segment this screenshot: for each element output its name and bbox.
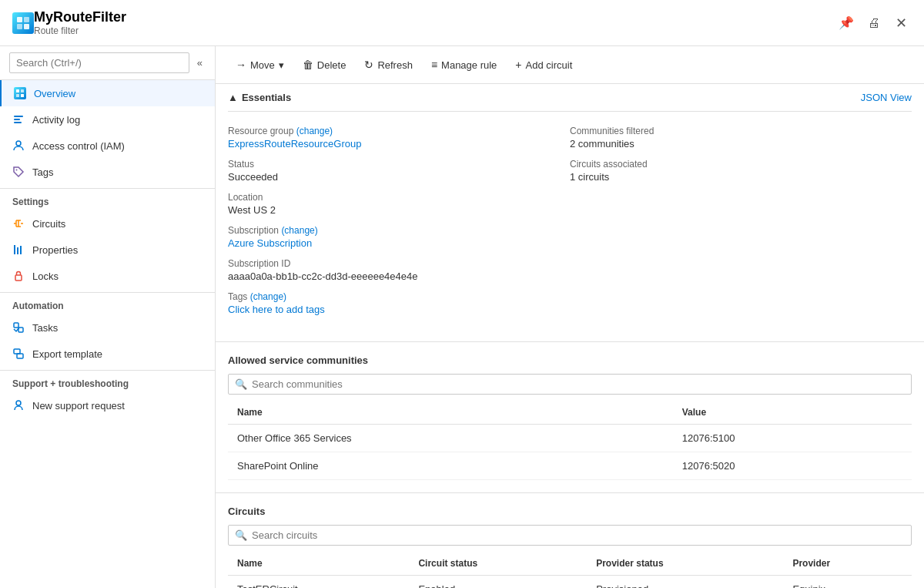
circuit-provider-status-1: Provisioned [587, 576, 783, 589]
communities-search-bar: 🔍 [228, 374, 912, 395]
communities-search-input[interactable] [252, 378, 905, 390]
svg-rect-8 [14, 116, 23, 117]
tags-label: Tags [32, 166, 53, 178]
communities-filtered-value: 2 communities [570, 138, 912, 150]
circuit-row-1: TestERCircuit Enabled Provisioned Equini… [228, 576, 912, 589]
resource-group-change[interactable]: (change) [296, 126, 333, 136]
sidebar-item-locks[interactable]: Locks [0, 263, 215, 289]
location-item: Location West US 2 [228, 187, 570, 220]
refresh-label: Refresh [377, 59, 413, 71]
subscription-id-value: aaaa0a0a-bb1b-cc2c-dd3d-eeeeee4e4e4e [228, 270, 570, 282]
manage-rule-button[interactable]: ≡ Manage rule [424, 54, 504, 76]
circuits-associated-value: 1 circuits [570, 171, 912, 183]
refresh-button[interactable]: ↻ Refresh [357, 54, 420, 76]
activity-log-icon [12, 113, 25, 126]
sidebar-item-access-control[interactable]: Access control (IAM) [0, 133, 215, 159]
collapse-button[interactable]: « [194, 55, 206, 70]
title-text: MyRouteFilter Route filter [34, 9, 835, 36]
print-button[interactable]: 🖨 [865, 15, 883, 32]
circuits-search-input[interactable] [252, 529, 905, 541]
tags-change[interactable]: (change) [250, 291, 286, 302]
close-button[interactable]: ✕ [891, 13, 912, 33]
tags-icon [12, 166, 25, 178]
sidebar-item-circuits[interactable]: Circuits [0, 210, 215, 237]
circuits-title: Circuits [228, 506, 912, 517]
new-support-label: New support request [32, 400, 125, 412]
circuits-label: Circuits [32, 218, 65, 230]
resource-group-item: Resource group (change) ExpressRouteReso… [228, 121, 570, 154]
essentials-chevron: ▲ [228, 92, 238, 103]
circuits-icon [12, 217, 25, 230]
communities-search-icon: 🔍 [235, 378, 247, 390]
svg-rect-19 [14, 349, 20, 354]
essentials-grid: Resource group (change) ExpressRouteReso… [228, 112, 912, 329]
move-button[interactable]: → Move ▾ [228, 54, 292, 76]
svg-rect-9 [14, 119, 20, 120]
resource-name: MyRouteFilter [34, 9, 835, 25]
add-circuit-label: Add circuit [526, 59, 573, 71]
sidebar-item-tasks[interactable]: Tasks [0, 314, 215, 341]
circuit-name-1: TestERCircuit [228, 576, 409, 589]
communities-filtered-item: Communities filtered 2 communities [570, 121, 912, 154]
svg-rect-13 [14, 245, 15, 254]
sidebar-item-export-template[interactable]: Export template [0, 341, 215, 367]
subscription-value[interactable]: Azure Subscription [228, 237, 312, 249]
sidebar-item-activity-log[interactable]: Activity log [0, 106, 215, 133]
circuits-col-circuit-status: Circuit status [409, 552, 587, 576]
access-control-icon [12, 139, 25, 152]
export-template-label: Export template [32, 348, 102, 360]
new-support-icon [12, 399, 25, 412]
manage-rule-label: Manage rule [441, 59, 497, 71]
circuits-table: Name Circuit status Provider status Prov… [228, 552, 912, 588]
move-chevron: ▾ [279, 59, 284, 71]
overview-label: Overview [34, 88, 75, 99]
search-input[interactable] [9, 52, 189, 73]
refresh-icon: ↻ [364, 59, 373, 71]
tags-item: Tags (change) Click here to add tags [228, 287, 570, 320]
settings-section-header: Settings [0, 188, 215, 210]
svg-rect-16 [15, 275, 22, 281]
locks-icon [12, 270, 25, 282]
communities-col-value: Value [673, 401, 912, 425]
delete-button[interactable]: 🗑 Delete [295, 54, 354, 76]
svg-point-11 [16, 141, 21, 146]
circuits-section: Circuits 🔍 Name Circuit status Provider … [216, 493, 924, 588]
svg-rect-3 [24, 24, 29, 29]
subscription-change[interactable]: (change) [281, 225, 317, 236]
circuit-status-1: Enabled [409, 576, 587, 589]
sidebar-item-new-support[interactable]: New support request [0, 392, 215, 418]
sidebar-item-overview[interactable]: Overview [0, 80, 215, 106]
access-control-label: Access control (IAM) [32, 140, 125, 152]
activity-log-label: Activity log [32, 114, 80, 126]
circuits-col-name: Name [228, 552, 409, 576]
sidebar-item-tags[interactable]: Tags [0, 159, 215, 185]
communities-filtered-label: Communities filtered [570, 126, 912, 136]
subscription-label: Subscription (change) [228, 225, 570, 236]
svg-rect-6 [16, 94, 19, 97]
move-label: Move [250, 59, 275, 71]
sidebar-item-properties[interactable]: Properties [0, 237, 215, 263]
locks-label: Locks [32, 270, 59, 282]
community-row-2: SharePoint Online 12076:5020 [228, 452, 912, 480]
circuits-search-icon: 🔍 [235, 529, 247, 541]
tags-value[interactable]: Click here to add tags [228, 304, 325, 315]
svg-rect-17 [14, 323, 18, 328]
essentials-header: ▲ Essentials JSON View [228, 84, 912, 112]
essentials-title: ▲ Essentials [228, 92, 291, 103]
delete-label: Delete [317, 59, 346, 71]
circuits-associated-item: Circuits associated 1 circuits [570, 154, 912, 187]
resource-group-value[interactable]: ExpressRouteResourceGroup [228, 138, 361, 150]
pin-button[interactable]: 📌 [835, 14, 857, 32]
resource-group-label: Resource group (change) [228, 126, 570, 136]
essentials-section: ▲ Essentials JSON View Resource group (c… [216, 84, 924, 329]
resource-icon [12, 12, 34, 34]
add-circuit-button[interactable]: + Add circuit [507, 54, 580, 76]
essentials-right: Communities filtered 2 communities Circu… [570, 121, 912, 320]
circuits-col-provider-status: Provider status [587, 552, 783, 576]
add-circuit-icon: + [515, 59, 521, 71]
export-template-icon [12, 348, 25, 360]
json-view-link[interactable]: JSON View [861, 92, 912, 103]
automation-section-header: Automation [0, 292, 215, 314]
sidebar: « Overview Activity [0, 46, 216, 588]
community-name-1: Other Office 365 Services [228, 425, 673, 452]
